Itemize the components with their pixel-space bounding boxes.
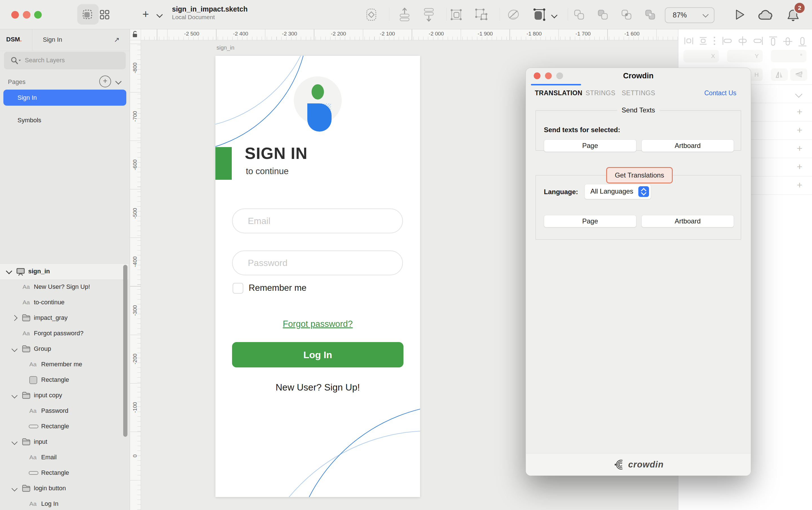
tab-dsm[interactable]: DSM.	[6, 36, 22, 43]
inspector-add-style-button[interactable]: +	[797, 124, 803, 136]
ungroup-icon[interactable]	[474, 8, 488, 22]
boolean-union-icon[interactable]	[573, 8, 585, 21]
layer-artboard-header[interactable]: sign_in	[0, 264, 128, 280]
vertical-ruler[interactable]: -800-700-600-500-400-300-200-1000	[130, 40, 141, 510]
ruler-lock-corner[interactable]	[130, 29, 141, 40]
align-right-icon[interactable]	[752, 35, 764, 47]
chevron-down-icon[interactable]	[6, 268, 12, 274]
preview-play-icon[interactable]	[734, 8, 746, 21]
align-center-horizontal-icon[interactable]	[736, 35, 749, 47]
chevron-right-icon[interactable]	[11, 315, 18, 321]
zoom-window-button[interactable]	[34, 11, 42, 19]
layer-row-email[interactable]: AaEmail	[0, 450, 128, 465]
tab-translation[interactable]: TRANSLATION	[535, 89, 582, 97]
boolean-difference-icon[interactable]	[644, 8, 656, 21]
layer-row-password[interactable]: AaPassword	[0, 403, 128, 419]
sidebar-scrollbar[interactable]	[123, 265, 127, 437]
contact-us-link[interactable]: Contact Us	[704, 89, 736, 97]
distribute-horizontally-icon[interactable]	[683, 35, 694, 47]
distribute-vertically-icon[interactable]	[698, 35, 709, 47]
tab-strings[interactable]: STRINGS	[586, 89, 615, 97]
chevron-down-icon[interactable]	[11, 439, 18, 445]
send-backward-icon[interactable]	[422, 7, 436, 22]
layer-row-rectangle[interactable]: Rectangle	[0, 419, 128, 434]
send-page-button[interactable]: Page	[544, 140, 636, 152]
align-left-icon[interactable]	[721, 35, 734, 47]
progress-indicator	[531, 84, 581, 85]
layer-row-login-button[interactable]: login button	[0, 481, 128, 496]
layer-row-group[interactable]: Group	[0, 341, 128, 357]
mask-icon[interactable]	[506, 8, 520, 22]
group-icon[interactable]	[450, 8, 463, 22]
inspector-add-style-button[interactable]: +	[797, 161, 803, 172]
align-top-icon[interactable]	[767, 35, 779, 48]
open-page-arrow-icon[interactable]: ↗	[114, 36, 120, 44]
more-options-dots-icon[interactable]	[712, 35, 717, 47]
sidebar-page-symbols[interactable]: Symbols	[3, 112, 126, 128]
artboard-title-label[interactable]: sign_in	[216, 44, 234, 51]
get-page-button[interactable]: Page	[544, 215, 636, 228]
password-field[interactable]: Password	[232, 250, 403, 275]
artboard[interactable]: SIGN IN to continue Email Password Remem…	[215, 56, 420, 497]
y-position-input[interactable]: Y	[727, 50, 763, 62]
language-select[interactable]: All Languages	[584, 184, 651, 199]
login-button[interactable]: Log In	[232, 342, 403, 367]
inspector-add-style-button[interactable]: +	[797, 106, 803, 117]
scale-tool-chevron-icon[interactable]	[551, 12, 558, 19]
cloud-sync-icon[interactable]	[758, 9, 775, 21]
align-middle-vertical-icon[interactable]	[782, 35, 793, 48]
chevron-down-icon[interactable]	[11, 392, 18, 398]
chevron-down-icon[interactable]	[11, 485, 18, 491]
layer-label: Password	[41, 407, 68, 415]
email-field[interactable]: Email	[232, 209, 403, 233]
insert-button[interactable]: +	[142, 8, 149, 21]
pages-collapse-chevron-icon[interactable]	[115, 78, 122, 85]
grid-view-icon[interactable]	[99, 9, 111, 20]
boolean-subtract-icon[interactable]	[597, 8, 609, 21]
tab-settings[interactable]: SETTINGS	[622, 89, 655, 97]
flip-vertical-button[interactable]	[790, 68, 807, 81]
search-input[interactable]: Search Layers	[4, 52, 126, 69]
inspector-add-style-button[interactable]: +	[797, 143, 803, 154]
toolbar-separator	[389, 8, 389, 21]
layer-row-log-in[interactable]: AaLog In	[0, 496, 128, 510]
flip-horizontal-button[interactable]	[771, 68, 788, 81]
x-position-input[interactable]: X	[684, 50, 719, 62]
scale-tool-icon[interactable]	[532, 8, 546, 22]
text-layer-icon: Aa	[23, 283, 30, 290]
layer-row-input-copy[interactable]: input copy	[0, 388, 128, 403]
inspector-add-style-button[interactable]: +	[797, 179, 803, 190]
crowdin-plugin-dialog[interactable]: Crowdin TRANSLATION STRINGS SETTINGS Con…	[526, 68, 751, 476]
send-artboard-button[interactable]: Artboard	[641, 140, 734, 152]
forgot-password-link[interactable]: Forgot password?	[215, 319, 420, 329]
bring-forward-icon[interactable]	[398, 7, 411, 22]
sidebar-page-sign-in[interactable]: Sign In	[3, 90, 126, 106]
minimize-button[interactable]	[23, 11, 30, 19]
signup-text[interactable]: New User? Sign Up!	[215, 382, 420, 393]
add-page-button[interactable]: +	[99, 76, 111, 87]
insert-chevron-icon[interactable]	[156, 11, 163, 18]
horizontal-ruler[interactable]: -2 500-2 400-2 300-2 200-2 100-2 000-1 9…	[130, 29, 678, 40]
zoom-level-dropdown[interactable]: 87%	[665, 7, 715, 23]
password-placeholder: Password	[248, 258, 288, 268]
close-button[interactable]	[11, 11, 19, 19]
layer-row-input[interactable]: input	[0, 434, 128, 450]
get-translations-button[interactable]: Get Translations	[606, 167, 673, 183]
create-symbol-icon[interactable]	[365, 8, 378, 22]
layer-row-rectangle[interactable]: Rectangle	[0, 372, 128, 388]
ruler-h-label: -1 900	[477, 31, 493, 37]
align-bottom-icon[interactable]	[797, 35, 808, 48]
remember-me-checkbox[interactable]	[233, 283, 243, 294]
get-artboard-button[interactable]: Artboard	[641, 215, 734, 228]
boolean-intersect-icon[interactable]	[620, 8, 633, 21]
layer-row-forgot-password-[interactable]: AaForgot password?	[0, 326, 128, 341]
tab-current-page[interactable]: Sign In	[43, 36, 62, 43]
rotation-input[interactable]: °	[771, 50, 806, 62]
layer-row-to-continue[interactable]: Aato-continue	[0, 295, 128, 310]
layer-row-impact-gray[interactable]: impact_gray	[0, 310, 128, 326]
layer-row-new-user-sign-up-[interactable]: AaNew User? Sign Up!	[0, 279, 128, 295]
chevron-down-icon[interactable]	[11, 346, 18, 352]
layer-row-remember-me[interactable]: AaRemember me	[0, 357, 128, 372]
inspector-section-chevron-icon[interactable]	[795, 90, 802, 97]
layer-row-rectangle[interactable]: Rectangle	[0, 465, 128, 481]
